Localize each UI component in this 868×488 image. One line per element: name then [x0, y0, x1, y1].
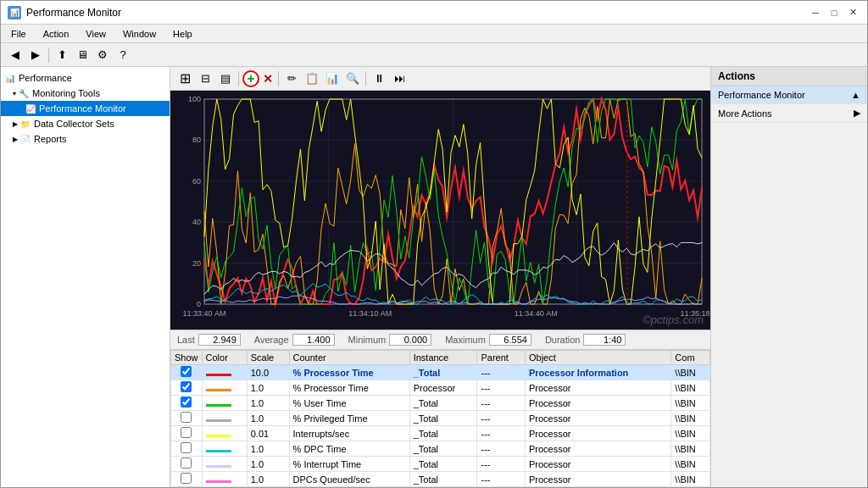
row-color	[202, 365, 247, 380]
graph-new-btn[interactable]: ⊞	[175, 69, 194, 88]
row-checkbox[interactable]	[171, 411, 203, 426]
stat-maximum: Maximum 6.554	[445, 334, 531, 346]
row-com: \\BIN	[671, 457, 710, 472]
col-scale: Scale	[247, 351, 289, 365]
row-scale: 1.0	[247, 457, 289, 472]
table-row[interactable]: 1.0% Processor TimeProcessor---Processor…	[171, 380, 710, 396]
sidebar-reports-label: Reports	[34, 134, 67, 144]
row-counter: % Processor Time	[289, 380, 409, 396]
last-value: 2.949	[198, 334, 241, 346]
close-button[interactable]: ✕	[845, 5, 860, 20]
max-value: 6.554	[489, 334, 531, 346]
table-row[interactable]: 10.0% Processor Time_Total---Processor I…	[171, 365, 710, 380]
row-instance: _Total	[409, 441, 477, 457]
row-object: Processor Information	[525, 365, 670, 380]
row-checkbox[interactable]	[171, 426, 203, 441]
row-counter: % DPC Time	[289, 441, 409, 457]
counter-table: Show Color Scale Counter Instance Parent…	[170, 350, 710, 487]
row-checkbox[interactable]	[171, 396, 203, 411]
row-parent: ---	[477, 426, 526, 441]
action-more[interactable]: More Actions ▶	[711, 104, 867, 123]
row-scale: 1.0	[247, 472, 289, 487]
zoom-btn[interactable]: 🔍	[343, 69, 362, 88]
menu-action[interactable]: Action	[40, 28, 73, 40]
title-bar: 📊 Performance Monitor ─ □ ✕	[1, 1, 867, 25]
minimize-button[interactable]: ─	[808, 5, 823, 20]
highlight-btn[interactable]: ✏	[282, 69, 301, 88]
row-color	[202, 457, 247, 472]
col-color: Color	[202, 351, 247, 365]
row-parent: ---	[477, 411, 526, 426]
back-button[interactable]: ◀	[6, 46, 25, 64]
row-parent: ---	[477, 365, 526, 380]
maximize-button[interactable]: □	[826, 5, 842, 20]
row-parent: ---	[477, 472, 526, 487]
title-bar-left: 📊 Performance Monitor	[8, 6, 121, 19]
row-instance: _Total	[409, 396, 477, 411]
table-header-row: Show Color Scale Counter Instance Parent…	[171, 351, 710, 365]
table-row[interactable]: 1.0DPCs Queued/sec_Total---Processor\\BI…	[171, 472, 710, 487]
row-checkbox[interactable]	[171, 441, 203, 457]
chevron-icon-reports: ▶	[13, 136, 18, 143]
sidebar-item-reports[interactable]: ▶ 📄 Reports	[1, 131, 170, 147]
col-show: Show	[171, 351, 203, 365]
graph-sep-2	[278, 71, 279, 86]
forward-button[interactable]: ▶	[26, 46, 45, 64]
row-counter: % Interrupt Time	[289, 457, 409, 472]
menu-help[interactable]: Help	[170, 28, 196, 40]
row-com: \\BIN	[671, 441, 710, 457]
menu-view[interactable]: View	[82, 28, 109, 40]
min-value: 0.000	[389, 334, 431, 346]
table-body: 10.0% Processor Time_Total---Processor I…	[171, 365, 710, 487]
sidebar-item-monitoring-tools[interactable]: ▾ 🔧 Monitoring Tools	[1, 86, 170, 101]
table-row[interactable]: 1.0% Privileged Time_Total---Processor\\…	[171, 411, 710, 426]
menu-file[interactable]: File	[8, 28, 30, 40]
stats-bar: Last 2.949 Average 1.400 Minimum 0.000 M…	[170, 330, 710, 350]
row-object: Processor	[525, 457, 670, 472]
pause-btn[interactable]: ⏸	[370, 69, 388, 88]
properties-button[interactable]: ⚙	[93, 46, 112, 64]
col-instance: Instance	[409, 351, 477, 365]
perf-monitor-icon: 📈	[25, 103, 36, 114]
next-btn[interactable]: ⏭	[390, 69, 409, 88]
row-scale: 1.0	[247, 411, 289, 426]
delete-counter-button[interactable]: ✕	[261, 70, 275, 87]
row-checkbox[interactable]	[171, 472, 203, 487]
up-button[interactable]: ⬆	[53, 46, 71, 64]
graph-toolbar: ⊞ ⊟ ▤ + ✕ ✏ 📋 📊 🔍 ⏸ ⏭	[170, 67, 710, 91]
table-row[interactable]: 1.0% Interrupt Time_Total---Processor\\B…	[171, 457, 710, 472]
show-hide-button[interactable]: 🖥	[73, 46, 92, 64]
copy-btn[interactable]: 📋	[303, 69, 321, 88]
row-checkbox[interactable]	[171, 457, 203, 472]
paste-btn[interactable]: 📊	[323, 69, 342, 88]
action-perf-monitor-label: Performance Monitor	[718, 90, 805, 100]
app-icon: 📊	[8, 6, 21, 19]
sidebar-item-performance[interactable]: 📊 Performance	[1, 70, 170, 86]
help-toolbar-button[interactable]: ?	[114, 46, 132, 64]
graph-sep-3	[365, 71, 366, 86]
performance-chart	[170, 91, 710, 330]
sidebar-perf-monitor-label: Performance Monitor	[39, 103, 126, 114]
add-counter-button[interactable]: +	[242, 70, 259, 87]
row-counter: % User Time	[289, 396, 409, 411]
table-row[interactable]: 1.0% User Time_Total---Processor\\BIN	[171, 396, 710, 411]
actions-title: Actions	[711, 67, 867, 86]
sidebar-item-perf-monitor[interactable]: 📈 Performance Monitor	[1, 101, 170, 116]
row-checkbox[interactable]	[171, 380, 203, 396]
table-row[interactable]: 0.01Interrupts/sec_Total---Processor\\BI…	[171, 426, 710, 441]
toolbar-sep-1	[48, 47, 49, 63]
min-label: Minimum	[348, 335, 387, 345]
row-checkbox[interactable]	[171, 365, 203, 380]
menu-window[interactable]: Window	[120, 28, 159, 40]
graph-view-btn[interactable]: ⊟	[196, 69, 214, 88]
graph-sep-1	[238, 71, 239, 86]
table-row[interactable]: 1.0% DPC Time_Total---Processor\\BIN	[171, 441, 710, 457]
sidebar-item-data-collector[interactable]: ▶ 📁 Data Collector Sets	[1, 116, 170, 131]
row-scale: 1.0	[247, 396, 289, 411]
col-com: Com	[671, 351, 710, 365]
col-counter: Counter	[289, 351, 409, 365]
main-toolbar: ◀ ▶ ⬆ 🖥 ⚙ ?	[1, 43, 867, 67]
row-scale: 10.0	[247, 365, 289, 380]
action-perf-monitor[interactable]: Performance Monitor ▲	[711, 86, 867, 104]
graph-list-btn[interactable]: ▤	[216, 69, 235, 88]
